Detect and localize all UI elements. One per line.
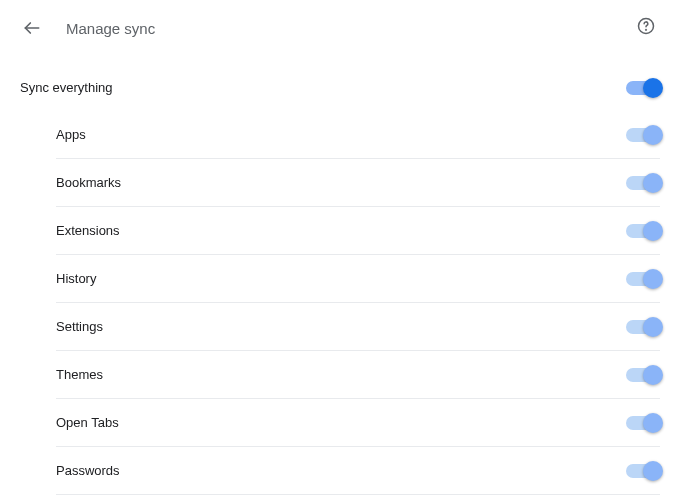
sync-item-toggle-open-tabs[interactable] — [626, 416, 660, 430]
sync-item-label: Themes — [56, 367, 103, 382]
sync-item-bookmarks: Bookmarks — [56, 159, 660, 207]
help-icon[interactable] — [636, 16, 656, 36]
sync-item-toggle-extensions[interactable] — [626, 224, 660, 238]
sync-item-label: Settings — [56, 319, 103, 334]
header: Manage sync — [20, 0, 660, 72]
toggle-knob — [643, 413, 663, 433]
sync-item-history: History — [56, 255, 660, 303]
sync-everything-toggle[interactable] — [626, 81, 660, 95]
sync-items-list: Apps Bookmarks Extensions History Settin… — [20, 111, 660, 495]
back-arrow-icon[interactable] — [20, 16, 44, 40]
sync-item-label: Extensions — [56, 223, 120, 238]
svg-point-2 — [646, 29, 647, 30]
sync-item-toggle-themes[interactable] — [626, 368, 660, 382]
toggle-knob — [643, 221, 663, 241]
sync-item-passwords: Passwords — [56, 447, 660, 495]
sync-item-toggle-history[interactable] — [626, 272, 660, 286]
sync-item-label: Open Tabs — [56, 415, 119, 430]
toggle-knob — [643, 173, 663, 193]
toggle-knob — [643, 365, 663, 385]
sync-item-toggle-settings[interactable] — [626, 320, 660, 334]
toggle-knob — [643, 125, 663, 145]
sync-item-label: History — [56, 271, 96, 286]
sync-item-themes: Themes — [56, 351, 660, 399]
sync-item-label: Apps — [56, 127, 86, 142]
page-title: Manage sync — [66, 20, 155, 37]
toggle-knob — [643, 317, 663, 337]
sync-item-toggle-passwords[interactable] — [626, 464, 660, 478]
sync-item-apps: Apps — [56, 111, 660, 159]
sync-item-settings: Settings — [56, 303, 660, 351]
sync-item-toggle-apps[interactable] — [626, 128, 660, 142]
toggle-knob — [643, 461, 663, 481]
sync-item-toggle-bookmarks[interactable] — [626, 176, 660, 190]
sync-everything-row: Sync everything — [20, 72, 660, 111]
sync-item-label: Bookmarks — [56, 175, 121, 190]
sync-item-label: Passwords — [56, 463, 120, 478]
toggle-knob — [643, 269, 663, 289]
sync-item-open-tabs: Open Tabs — [56, 399, 660, 447]
sync-item-extensions: Extensions — [56, 207, 660, 255]
sync-everything-label: Sync everything — [20, 80, 113, 95]
toggle-knob — [643, 78, 663, 98]
